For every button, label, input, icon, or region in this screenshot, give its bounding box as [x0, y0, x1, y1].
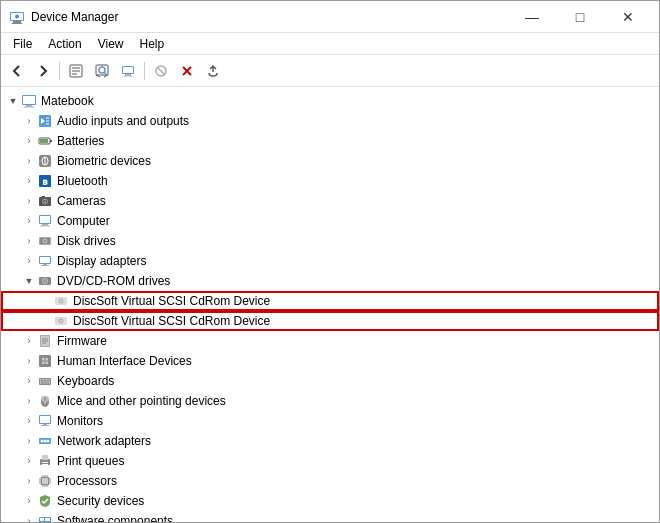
svg-point-88 [44, 440, 47, 443]
tree-item-computer[interactable]: › Computer [1, 211, 659, 231]
tree-item-softwarecomponents[interactable]: › Software components [1, 511, 659, 522]
svg-rect-46 [40, 226, 50, 227]
expand-disk-icon[interactable]: › [21, 233, 37, 249]
display-icon [37, 253, 53, 269]
tree-item-monitors[interactable]: › Monitors [1, 411, 659, 431]
tree-view[interactable]: ▼ Matebook › [1, 87, 659, 522]
cameras-icon [37, 193, 53, 209]
print-label: Print queues [57, 454, 124, 468]
toolbar-properties-button[interactable] [64, 59, 88, 83]
expand-dvd-icon[interactable]: ▼ [21, 273, 37, 289]
expand-display-icon[interactable]: › [21, 253, 37, 269]
network-icon [37, 433, 53, 449]
tree-root-item[interactable]: ▼ Matebook [1, 91, 659, 111]
toolbar-back-button[interactable] [5, 59, 29, 83]
expand-network-icon[interactable]: › [21, 433, 37, 449]
tree-item-biometric[interactable]: › Biometric devices [1, 151, 659, 171]
svg-point-89 [47, 440, 50, 443]
tree-item-audio[interactable]: › Audio inputs and outputs [1, 111, 659, 131]
tree-item-mice[interactable]: › Mice and other pointing devices [1, 391, 659, 411]
svg-rect-76 [47, 380, 49, 382]
svg-point-50 [45, 241, 46, 242]
toolbar-separator-1 [59, 62, 60, 80]
cdrom1-icon [53, 293, 69, 309]
content-area: ▼ Matebook › [1, 87, 659, 522]
expand-print-icon[interactable]: › [21, 453, 37, 469]
svg-rect-25 [24, 107, 34, 108]
close-button[interactable]: ✕ [605, 5, 651, 29]
menu-help[interactable]: Help [132, 35, 173, 53]
expand-cameras-icon[interactable]: › [21, 193, 37, 209]
expand-mice-icon[interactable]: › [21, 393, 37, 409]
expand-biometric-icon[interactable]: › [21, 153, 37, 169]
monitors-label: Monitors [57, 414, 103, 428]
tree-item-dvdcdrom[interactable]: ▼ DVD/CD-ROM drives [1, 271, 659, 291]
tree-item-dvd1[interactable]: DiscSoft Virtual SCSI CdRom Device [1, 291, 659, 311]
expand-batteries-icon[interactable]: › [21, 133, 37, 149]
svg-text:ʙ: ʙ [42, 176, 48, 187]
svg-point-12 [99, 67, 105, 73]
expand-swcomp-icon[interactable]: › [21, 513, 37, 522]
toolbar-computer-button[interactable] [116, 59, 140, 83]
tree-item-bluetooth[interactable]: › ʙ Bluetooth [1, 171, 659, 191]
svg-rect-84 [43, 424, 47, 425]
monitors-icon [37, 413, 53, 429]
tree-item-diskdrives[interactable]: › Disk drives [1, 231, 659, 251]
toolbar-update-button[interactable] [201, 59, 225, 83]
tree-item-cameras[interactable]: › Cameras [1, 191, 659, 211]
svg-point-41 [44, 201, 46, 203]
svg-point-4 [15, 14, 19, 18]
tree-item-keyboards[interactable]: › Keyboards [1, 371, 659, 391]
softwarecomp-icon [37, 513, 53, 522]
tree-item-print[interactable]: › Print queues [1, 451, 659, 471]
svg-rect-42 [42, 196, 45, 198]
cameras-label: Cameras [57, 194, 106, 208]
svg-rect-23 [23, 96, 35, 104]
batteries-label: Batteries [57, 134, 104, 148]
expand-keyboards-icon[interactable]: › [21, 373, 37, 389]
svg-rect-77 [41, 383, 49, 384]
toolbar-scan-button[interactable] [90, 59, 114, 83]
toolbar-uninstall-button[interactable] [175, 59, 199, 83]
expand-computer-icon[interactable]: › [21, 213, 37, 229]
tree-item-security[interactable]: › Security devices [1, 491, 659, 511]
dvd-label: DVD/CD-ROM drives [57, 274, 170, 288]
tree-item-dvd2[interactable]: DiscSoft Virtual SCSI CdRom Device [1, 311, 659, 331]
tree-item-firmware[interactable]: › Firmware [1, 331, 659, 351]
svg-rect-17 [124, 75, 132, 76]
device-manager-window: Device Manager — □ ✕ File Action View He… [0, 0, 660, 523]
svg-point-57 [44, 280, 46, 282]
expand-bluetooth-icon[interactable]: › [21, 173, 37, 189]
expand-monitors-icon[interactable]: › [21, 413, 37, 429]
toolbar-forward-button[interactable] [31, 59, 55, 83]
svg-rect-53 [43, 264, 47, 265]
expand-processors-icon[interactable]: › [21, 473, 37, 489]
maximize-button[interactable]: □ [557, 5, 603, 29]
expand-firmware-icon[interactable]: › [21, 333, 37, 349]
tree-item-hid[interactable]: › Human Interface Devices [1, 351, 659, 371]
title-bar-controls: — □ ✕ [509, 5, 651, 29]
tree-item-processors[interactable]: › [1, 471, 659, 491]
menu-view[interactable]: View [90, 35, 132, 53]
expand-security-icon[interactable]: › [21, 493, 37, 509]
dvd-icon [37, 273, 53, 289]
svg-rect-92 [42, 462, 48, 463]
keyboards-label: Keyboards [57, 374, 114, 388]
expand-hid-icon[interactable]: › [21, 353, 37, 369]
app-icon [9, 9, 25, 25]
audio-icon [37, 113, 53, 129]
svg-rect-83 [40, 416, 50, 423]
menu-action[interactable]: Action [40, 35, 89, 53]
hid-label: Human Interface Devices [57, 354, 192, 368]
menu-file[interactable]: File [5, 35, 40, 53]
tree-item-batteries[interactable]: › Batteries [1, 131, 659, 151]
minimize-button[interactable]: — [509, 5, 555, 29]
toolbar-disable-button[interactable] [149, 59, 173, 83]
svg-rect-24 [26, 105, 32, 107]
svg-rect-75 [44, 380, 46, 382]
tree-item-network[interactable]: › Network adapters [1, 431, 659, 451]
expand-audio-icon[interactable]: › [21, 113, 37, 129]
tree-item-display[interactable]: › Display adapters [1, 251, 659, 271]
swcomp-label: Software components [57, 514, 173, 522]
expand-root-icon[interactable]: ▼ [5, 93, 21, 109]
